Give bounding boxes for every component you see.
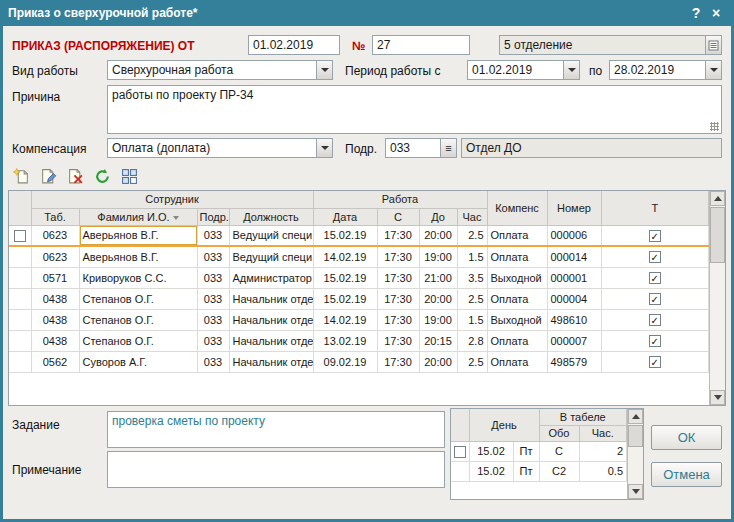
table-row[interactable]: 0438 Степанов О.Г. 033 Начальник отде 15… xyxy=(9,288,709,309)
cell-to[interactable]: 20:00 xyxy=(419,288,457,309)
delete-row-button[interactable] xyxy=(63,164,88,188)
ts-cell-dow[interactable]: Пт xyxy=(513,461,539,481)
cancel-button[interactable]: Отмена xyxy=(651,462,722,487)
order-date-field[interactable]: 01.02.2019 xyxy=(248,35,340,55)
cell-hours[interactable]: 2.8 xyxy=(457,330,487,351)
tab-column-header[interactable]: Таб. xyxy=(31,208,79,225)
cell-position[interactable]: Ведущий специ xyxy=(229,225,313,246)
cell-tab[interactable]: 0623 xyxy=(31,246,79,267)
t-checkbox[interactable]: ✓ xyxy=(649,251,661,263)
row-checkbox[interactable] xyxy=(14,230,26,242)
ts-obo-column-header[interactable]: Обо xyxy=(539,425,579,441)
cell-podr[interactable]: 033 xyxy=(197,225,229,246)
date-column-header[interactable]: Дата xyxy=(313,208,377,225)
scroll-up-button[interactable] xyxy=(710,191,725,206)
cell-podr[interactable]: 033 xyxy=(197,309,229,330)
cell-name[interactable]: Степанов О.Г. xyxy=(79,330,197,351)
scroll-down-button[interactable] xyxy=(710,390,725,405)
task-field[interactable]: проверка сметы по проекту xyxy=(107,411,445,448)
t-checkbox[interactable]: ✓ xyxy=(649,230,661,242)
cell-to[interactable]: 19:00 xyxy=(419,246,457,267)
cell-name[interactable]: Степанов О.Г. xyxy=(79,309,197,330)
work-kind-combo[interactable]: Сверхурочная работа xyxy=(107,60,333,80)
ts-cell-hours[interactable]: 2 xyxy=(579,441,627,461)
work-kind-dropdown-button[interactable] xyxy=(316,61,332,79)
cell-to[interactable]: 21:00 xyxy=(419,267,457,288)
cell-name[interactable]: Криворуков С.С. xyxy=(79,267,197,288)
cell-date[interactable]: 15.02.19 xyxy=(313,267,377,288)
cell-to[interactable]: 19:00 xyxy=(419,309,457,330)
cell-comp[interactable]: Оплата xyxy=(487,351,547,372)
ts-scroll-down-button[interactable] xyxy=(628,484,643,499)
cell-name[interactable]: Аверьянов В.Г. xyxy=(79,225,197,246)
cell-date[interactable]: 15.02.19 xyxy=(313,225,377,246)
cell-number[interactable]: 498610 xyxy=(547,309,601,330)
cell-tab[interactable]: 0623 xyxy=(31,225,79,246)
cell-number[interactable]: 498579 xyxy=(547,351,601,372)
timesheet-scrollbar[interactable] xyxy=(627,409,643,499)
cell-tab[interactable]: 0562 xyxy=(31,351,79,372)
close-icon[interactable]: × xyxy=(706,3,726,23)
ts-cell-hours[interactable]: 0.5 xyxy=(579,461,627,481)
ts-cell-obo[interactable]: С xyxy=(539,441,579,461)
refresh-button[interactable] xyxy=(90,164,115,188)
ts-hours-column-header[interactable]: Час. xyxy=(579,425,627,441)
ts-cell-day[interactable]: 15.02 xyxy=(469,441,513,461)
cell-position[interactable]: Начальник отде xyxy=(229,351,313,372)
cell-t[interactable]: ✓ xyxy=(601,288,709,309)
ts-cell-dow[interactable]: Пт xyxy=(513,441,539,461)
cell-position[interactable]: Ведущий специ xyxy=(229,246,313,267)
cell-podr[interactable]: 033 xyxy=(197,351,229,372)
cell-comp[interactable]: Выходной xyxy=(487,309,547,330)
cell-date[interactable]: 14.02.19 xyxy=(313,246,377,267)
row-select-cell[interactable] xyxy=(9,351,31,372)
to-column-header[interactable]: До xyxy=(419,208,457,225)
row-select-cell[interactable] xyxy=(9,330,31,351)
cell-podr[interactable]: 033 xyxy=(197,288,229,309)
compensation-combo[interactable]: Оплата (доплата) xyxy=(107,138,333,158)
ts-row-select-cell[interactable] xyxy=(451,441,469,461)
cell-tab[interactable]: 0438 xyxy=(31,309,79,330)
reason-textarea[interactable]: работы по проекту ПР-34 xyxy=(107,85,722,134)
cell-comp[interactable]: Оплата xyxy=(487,288,547,309)
ts-cell-day[interactable]: 15.02 xyxy=(469,461,513,481)
row-select-cell[interactable] xyxy=(9,288,31,309)
cell-from[interactable]: 17:30 xyxy=(377,246,419,267)
help-icon[interactable]: ? xyxy=(686,3,706,23)
cell-date[interactable]: 09.02.19 xyxy=(313,351,377,372)
cell-from[interactable]: 17:30 xyxy=(377,351,419,372)
cell-t[interactable]: ✓ xyxy=(601,267,709,288)
cell-t[interactable]: ✓ xyxy=(601,309,709,330)
cell-hours[interactable]: 2.5 xyxy=(457,351,487,372)
resize-grip[interactable] xyxy=(710,122,719,131)
cell-position[interactable]: Начальник отде xyxy=(229,330,313,351)
period-from-combo[interactable]: 01.02.2019 xyxy=(467,60,580,80)
cell-tab[interactable]: 0438 xyxy=(31,330,79,351)
timesheet-row[interactable]: 15.02 Пт С 2 xyxy=(451,441,627,461)
cell-podr[interactable]: 033 xyxy=(197,246,229,267)
cell-comp[interactable]: Оплата xyxy=(487,225,547,246)
cell-hours[interactable]: 3.5 xyxy=(457,267,487,288)
department-field[interactable]: 5 отделение xyxy=(499,35,722,55)
copy-row-button[interactable] xyxy=(36,164,61,188)
cell-to[interactable]: 20:00 xyxy=(419,351,457,372)
title-bar[interactable]: Приказ о сверхурочной работе* ? × xyxy=(0,0,734,26)
cell-number[interactable]: 000001 xyxy=(547,267,601,288)
comp-column-header[interactable]: Компенс xyxy=(487,191,547,225)
cell-tab[interactable]: 0571 xyxy=(31,267,79,288)
cell-t[interactable]: ✓ xyxy=(601,246,709,267)
department-select-button[interactable] xyxy=(705,36,721,54)
cell-position[interactable]: Администратор xyxy=(229,267,313,288)
period-to-dropdown-button[interactable] xyxy=(705,61,721,79)
table-row[interactable]: 0438 Степанов О.Г. 033 Начальник отде 14… xyxy=(9,309,709,330)
cell-from[interactable]: 17:30 xyxy=(377,225,419,246)
t-checkbox[interactable]: ✓ xyxy=(649,314,661,326)
cell-t[interactable]: ✓ xyxy=(601,351,709,372)
cell-tab[interactable]: 0438 xyxy=(31,288,79,309)
ts-scroll-up-button[interactable] xyxy=(628,409,643,424)
podr-column-header[interactable]: Подр. xyxy=(197,208,229,225)
cell-comp[interactable]: Оплата xyxy=(487,246,547,267)
cell-comp[interactable]: Выходной xyxy=(487,267,547,288)
cell-number[interactable]: 000004 xyxy=(547,288,601,309)
scroll-thumb[interactable] xyxy=(710,207,725,263)
